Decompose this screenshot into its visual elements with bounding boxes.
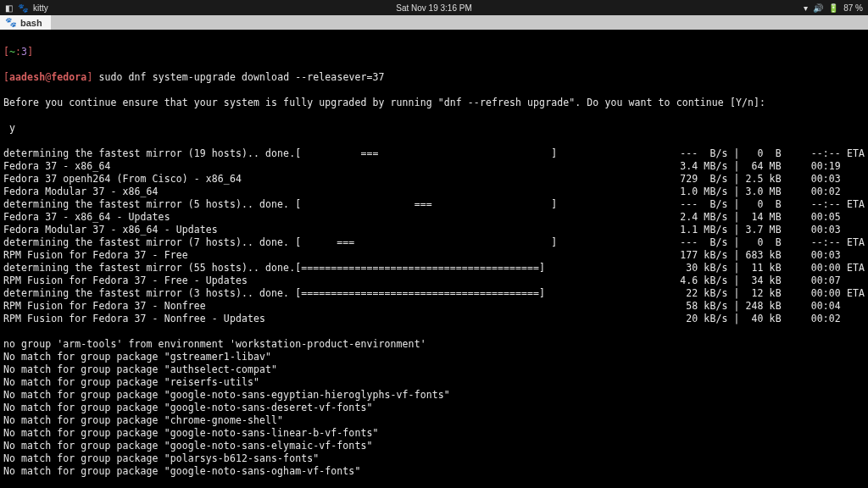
download-row: Fedora 37 - x86_64 3.4 MB/s | 64 MB 00:1… bbox=[3, 160, 865, 173]
row-stats: 1.1 MB/s | 3.7 MB 00:03 bbox=[674, 224, 865, 236]
download-row: determining the fastest mirror (55 hosts… bbox=[3, 262, 865, 274]
row-stats: 2.4 MB/s | 14 MB 00:05 bbox=[674, 211, 865, 224]
download-row: RPM Fusion for Fedora 37 - Nonfree 58 kB… bbox=[3, 300, 865, 313]
download-row: determining the fastest mirror (7 hosts)… bbox=[3, 236, 865, 249]
message-line: No match for group package "authselect-c… bbox=[3, 363, 865, 376]
row-label: RPM Fusion for Fedora 37 - Free bbox=[3, 249, 188, 262]
download-row: Fedora Modular 37 - x86_64 - Updates 1.1… bbox=[3, 224, 865, 236]
row-stats: 58 kB/s | 248 kB 00:04 bbox=[674, 300, 865, 313]
battery-icon[interactable]: 🔋 bbox=[828, 3, 838, 13]
row-stats: 20 kB/s | 40 kB 00:02 bbox=[674, 313, 865, 325]
row-stats: 729 B/s | 2.5 kB 00:03 bbox=[674, 173, 865, 186]
row-label: Fedora 37 openh264 (From Cisco) - x86_64 bbox=[3, 173, 242, 186]
message-line: No match for group package "gstreamer1-l… bbox=[3, 351, 865, 363]
row-spacer bbox=[248, 274, 674, 287]
row-label: RPM Fusion for Fedora 37 - Nonfree - Upd… bbox=[3, 313, 265, 325]
row-spacer bbox=[265, 313, 674, 325]
row-spacer bbox=[188, 249, 675, 262]
confirm-answer: y bbox=[3, 122, 865, 135]
row-stats: 22 kB/s | 12 kB 00:00 ETA bbox=[674, 287, 865, 300]
app-paw-icon: 🐾 bbox=[18, 3, 28, 13]
row-spacer bbox=[557, 198, 674, 211]
row-label: Fedora 37 - x86_64 - Updates bbox=[3, 211, 170, 224]
download-row: Fedora 37 - x86_64 - Updates 2.4 MB/s | … bbox=[3, 211, 865, 224]
download-row: Fedora 37 openh264 (From Cisco) - x86_64… bbox=[3, 173, 865, 186]
row-spacer bbox=[170, 211, 675, 224]
download-rows: determining the fastest mirror (19 hosts… bbox=[3, 147, 865, 325]
app-name-label: kitty bbox=[33, 3, 48, 13]
download-row: determining the fastest mirror (3 hosts)… bbox=[3, 287, 865, 300]
message-line: No match for group package "polarsys-b61… bbox=[3, 452, 865, 465]
row-spacer bbox=[557, 147, 674, 160]
confirm-prompt: Before you continue ensure that your sys… bbox=[3, 97, 865, 109]
system-top-bar: ◧ 🐾 kitty Sat Nov 19 3:16 PM ▾ 🔊 🔋 87 % bbox=[0, 0, 868, 15]
row-label: RPM Fusion for Fedora 37 - Free - Update… bbox=[3, 274, 248, 287]
row-label: Fedora Modular 37 - x86_64 - Updates bbox=[3, 224, 218, 236]
volume-icon[interactable]: 🔊 bbox=[813, 3, 823, 13]
row-stats: --- B/s | 0 B --:-- ETA bbox=[674, 198, 865, 211]
activities-icon[interactable]: ◧ bbox=[5, 3, 13, 13]
row-spacer bbox=[545, 287, 674, 300]
row-spacer bbox=[206, 300, 674, 313]
terminal-tab-bar: 🐾 bash bbox=[0, 15, 868, 30]
row-stats: 30 kB/s | 11 kB 00:00 ETA bbox=[674, 262, 865, 274]
tab-label: bash bbox=[20, 18, 42, 28]
row-stats: --- B/s | 0 B --:-- ETA bbox=[674, 147, 865, 160]
row-spacer bbox=[110, 160, 674, 173]
clock-label[interactable]: Sat Nov 19 3:16 PM bbox=[396, 3, 472, 13]
paw-icon: 🐾 bbox=[5, 17, 17, 28]
message-lines: no group 'arm-tools' from environment 'w… bbox=[3, 338, 865, 478]
message-line: No match for group package "google-noto-… bbox=[3, 427, 865, 440]
download-row: determining the fastest mirror (5 hosts)… bbox=[3, 198, 865, 211]
message-line: No match for group package "reiserfs-uti… bbox=[3, 376, 865, 389]
row-label: determining the fastest mirror (7 hosts)… bbox=[3, 236, 557, 249]
row-spacer bbox=[159, 186, 675, 198]
row-label: determining the fastest mirror (55 hosts… bbox=[3, 262, 545, 274]
tab-bash[interactable]: 🐾 bash bbox=[0, 15, 51, 30]
row-stats: --- B/s | 0 B --:-- ETA bbox=[674, 236, 865, 249]
message-line: no group 'arm-tools' from environment 'w… bbox=[3, 338, 865, 351]
prompt-line: [~:3] bbox=[3, 46, 865, 58]
row-spacer bbox=[242, 173, 674, 186]
row-label: determining the fastest mirror (19 hosts… bbox=[3, 147, 557, 160]
row-stats: 3.4 MB/s | 64 MB 00:19 bbox=[674, 160, 865, 173]
row-label: Fedora Modular 37 - x86_64 bbox=[3, 186, 159, 198]
row-stats: 177 kB/s | 683 kB 00:03 bbox=[674, 249, 865, 262]
terminal-viewport[interactable]: [~:3] [aadesh@fedora] sudo dnf system-up… bbox=[0, 30, 868, 488]
message-line: No match for group package "google-noto-… bbox=[3, 389, 865, 402]
row-label: determining the fastest mirror (3 hosts)… bbox=[3, 287, 545, 300]
row-spacer bbox=[218, 224, 674, 236]
download-row: determining the fastest mirror (19 hosts… bbox=[3, 147, 865, 160]
download-row: RPM Fusion for Fedora 37 - Free - Update… bbox=[3, 274, 865, 287]
battery-percent-label: 87 % bbox=[843, 3, 863, 13]
message-line: No match for group package "google-noto-… bbox=[3, 465, 865, 478]
row-label: determining the fastest mirror (5 hosts)… bbox=[3, 198, 557, 211]
row-spacer bbox=[545, 262, 674, 274]
download-row: RPM Fusion for Fedora 37 - Nonfree - Upd… bbox=[3, 313, 865, 325]
message-line: No match for group package "chrome-gnome… bbox=[3, 414, 865, 427]
row-label: RPM Fusion for Fedora 37 - Nonfree bbox=[3, 300, 206, 313]
row-label: Fedora 37 - x86_64 bbox=[3, 160, 110, 173]
message-line: No match for group package "google-noto-… bbox=[3, 402, 865, 414]
download-row: Fedora Modular 37 - x86_64 1.0 MB/s | 3.… bbox=[3, 186, 865, 198]
download-row: RPM Fusion for Fedora 37 - Free 177 kB/s… bbox=[3, 249, 865, 262]
message-line: No match for group package "google-noto-… bbox=[3, 440, 865, 452]
command-line: [aadesh@fedora] sudo dnf system-upgrade … bbox=[3, 71, 865, 84]
row-stats: 4.6 kB/s | 34 kB 00:07 bbox=[674, 274, 865, 287]
caret-down-icon[interactable]: ▾ bbox=[804, 3, 808, 13]
row-spacer bbox=[557, 236, 674, 249]
row-stats: 1.0 MB/s | 3.0 MB 00:02 bbox=[674, 186, 865, 198]
